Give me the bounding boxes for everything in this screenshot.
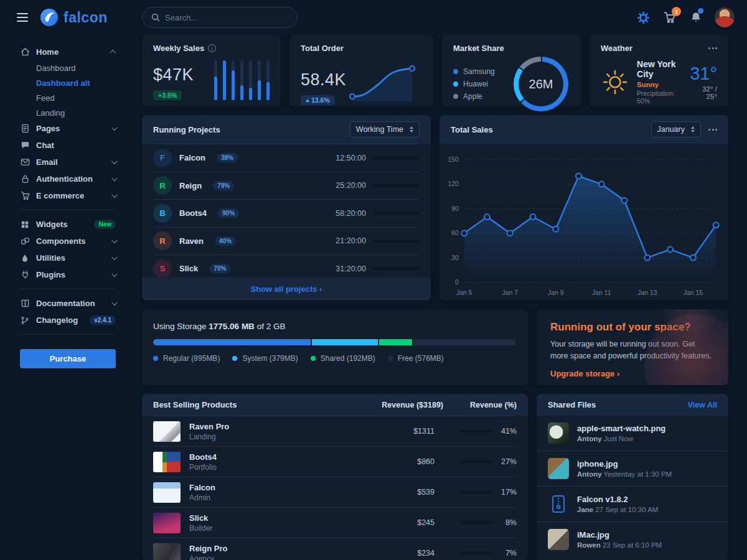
sidebar-item-dashboard[interactable]: Dashboard [36, 60, 116, 75]
market-share-legend: Samsung Huawei Apple [453, 67, 495, 101]
info-circle-icon[interactable] [208, 44, 216, 52]
card-menu-button[interactable] [708, 45, 717, 52]
sidebar-item-label: Utilities [36, 253, 105, 263]
project-name[interactable]: Boots4 [179, 208, 207, 218]
sidebar-item-email[interactable]: Email [20, 154, 116, 170]
product-name[interactable]: Falcon [189, 483, 215, 492]
legend-dot [153, 356, 158, 361]
cart-button[interactable]: 1 [662, 10, 677, 25]
file-name[interactable]: iphone.jpg [577, 459, 672, 469]
user-avatar[interactable] [715, 7, 735, 27]
market-share-donut: 26M [514, 57, 568, 111]
sidebar-divider [20, 210, 116, 210]
project-name[interactable]: Raven [179, 236, 204, 246]
sidebar-item-components[interactable]: Components [20, 233, 116, 250]
product-revenue: $860 [347, 457, 435, 466]
project-row: R Reign 79% 25:20:00 [153, 172, 420, 200]
file-thumbnail [548, 529, 569, 550]
brand-name: falcon [63, 9, 108, 26]
running-projects-card: Running Projects Working Time F Falcon 3… [142, 115, 431, 301]
sidebar-item-pages[interactable]: Pages [20, 120, 116, 137]
sidebar-item-authentication[interactable]: Authentication [20, 170, 116, 187]
project-progress-bar [374, 212, 420, 215]
svg-text:60: 60 [451, 230, 459, 236]
plug-icon [20, 270, 30, 279]
sidebar-item-plugins[interactable]: Plugins [20, 266, 116, 283]
product-name[interactable]: Reign Pro [189, 544, 227, 553]
working-time-select[interactable]: Working Time [350, 121, 420, 138]
weekly-sales-bar [249, 60, 252, 100]
settings-gear-button[interactable] [636, 11, 651, 25]
sidebar-item-widgets[interactable]: Widgets New [20, 216, 116, 233]
project-name[interactable]: Reign [179, 181, 202, 190]
total-order-sparkline [346, 60, 422, 105]
project-time: 21:20:00 [326, 236, 366, 245]
show-all-projects-link[interactable]: Show all projects › [251, 284, 322, 294]
svg-text:0: 0 [455, 279, 459, 286]
month-select[interactable]: January [651, 121, 701, 138]
weekly-sales-bar [258, 60, 261, 100]
weather-temperature: 31° [690, 63, 717, 84]
svg-text:Jan 9: Jan 9 [548, 289, 564, 296]
chevron-down-icon [111, 192, 118, 198]
file-name[interactable]: Falcon v1.8.2 [577, 495, 658, 504]
card-title: Shared Files [548, 400, 596, 409]
menu-toggle-button[interactable] [16, 12, 29, 23]
view-all-link[interactable]: View All [688, 401, 717, 409]
project-name[interactable]: Slick [179, 264, 198, 273]
best-selling-products-card: Best Selling Products Revenue ($3189) Re… [142, 394, 528, 560]
sidebar-item-landing[interactable]: Landing [36, 105, 116, 120]
chevron-up-icon [110, 50, 116, 56]
sidebar-item-chat[interactable]: Chat [20, 137, 116, 154]
purchase-button[interactable]: Purchase [20, 349, 116, 368]
chevron-down-icon [111, 254, 118, 260]
product-name[interactable]: Slick [189, 513, 208, 523]
card-menu-button[interactable] [708, 126, 717, 133]
legend-item-regular: Regular (895MB) [153, 354, 220, 363]
select-arrows-icon [410, 126, 413, 133]
file-thumbnail [548, 458, 569, 479]
sidebar-item-dashboard-alt[interactable]: Dashboard alt [36, 75, 116, 90]
sidebar-item-utilities[interactable]: Utilities [20, 250, 116, 266]
sidebar-item-feed[interactable]: Feed [36, 90, 116, 105]
sidebar-item-ecommerce[interactable]: E commerce [20, 187, 116, 204]
sidebar-item-home[interactable]: Home [20, 44, 116, 60]
search-input[interactable] [165, 13, 288, 22]
search-box[interactable] [142, 7, 298, 28]
product-thumbnail [153, 421, 181, 442]
total-order-value: 58.4K [301, 70, 346, 90]
product-name[interactable]: Boots4 [189, 452, 217, 462]
sidebar-item-label: Changelog [36, 315, 83, 325]
sidebar-item-changelog[interactable]: Changelog v2.4.1 [20, 312, 116, 329]
file-name[interactable]: apple-smart-watch.png [577, 424, 665, 433]
sidebar-item-documentation[interactable]: Documentation [20, 295, 116, 312]
total-sales-chart: 0306090120150Jan 5Jan 7Jan 9Jan 11Jan 13… [439, 144, 728, 301]
zip-file-icon [548, 493, 569, 515]
project-row: B Boots4 90% 58:20:00 [153, 199, 420, 227]
project-row: R Raven 40% 21:20:00 [153, 227, 420, 255]
sidebar-item-label: Chat [36, 141, 116, 150]
navbar-actions: 1 [636, 7, 747, 27]
chevron-down-icon [111, 237, 118, 243]
file-name[interactable]: iMac.jpg [577, 530, 662, 539]
weekly-sales-badge: +3.5% [153, 90, 182, 100]
svg-text:Jan 15: Jan 15 [684, 289, 703, 296]
product-name[interactable]: Raven Pro [189, 422, 229, 431]
project-avatar: R [153, 176, 172, 195]
weather-card: Weather New York City [590, 35, 728, 106]
shared-file-row: Falcon v1.8.2 Jane 27 Sep at 10:30 AM [537, 486, 728, 521]
project-progress-bar [374, 156, 420, 159]
cart-count-badge: 1 [672, 7, 681, 16]
falcon-logo[interactable]: falcon [39, 7, 108, 27]
project-name[interactable]: Falcon [179, 153, 205, 162]
legend-dot [232, 356, 237, 361]
upgrade-storage-link[interactable]: Upgrade storage › [550, 369, 619, 378]
chat-icon [20, 141, 30, 150]
weekly-sales-bar [240, 60, 243, 100]
notifications-button[interactable] [688, 10, 703, 25]
sidebar-item-label: Plugins [36, 270, 105, 279]
widgets-icon [20, 220, 30, 229]
sidebar-item-label: Documentation [36, 299, 105, 308]
storage-legend: Regular (895MB) System (379MB) Shared (1… [153, 354, 517, 363]
falcon-logo-icon [39, 7, 59, 27]
